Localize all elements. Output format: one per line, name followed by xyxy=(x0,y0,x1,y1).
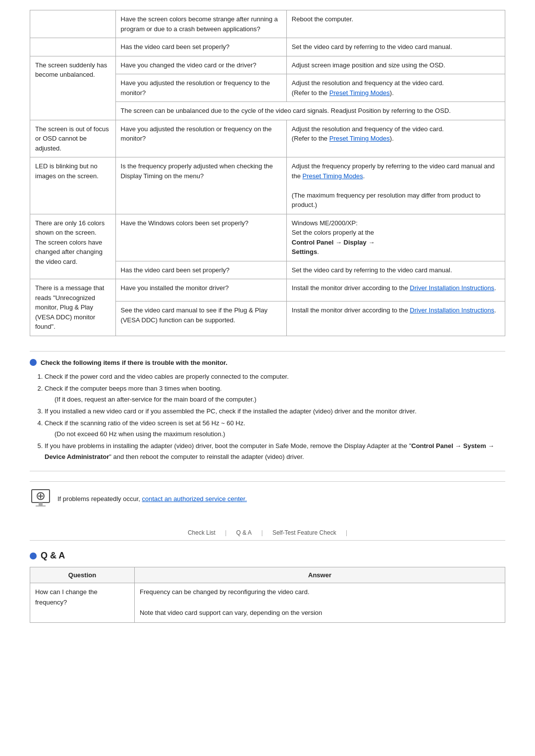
symptom-cell: The screen is out of focus or OSD cannot… xyxy=(30,120,116,157)
symptom-cell xyxy=(30,10,116,38)
nav-sep-3: | xyxy=(346,529,347,536)
solution-cell: Windows ME/2000/XP:Set the colors proper… xyxy=(286,214,505,261)
table-row: The screen is out of focus or OSD cannot… xyxy=(30,120,505,157)
table-row: There are only 16 colors shown on the sc… xyxy=(30,214,505,261)
nav-sep-2: | xyxy=(261,529,263,536)
bullet-icon xyxy=(30,359,37,366)
qa-answer-header: Answer xyxy=(134,567,505,583)
solution-cell: Adjust the frequency properly by referri… xyxy=(286,157,505,214)
list-item: Check if the computer beeps more than 3 … xyxy=(45,383,505,405)
check-cell: Have the Windows colors been set properl… xyxy=(115,214,286,261)
solution-cell: Adjust the resolution and frequency of t… xyxy=(286,120,505,157)
table-row: Has the video card been set properly? Se… xyxy=(30,38,505,56)
solution-cell: Install the monitor driver according to … xyxy=(286,279,505,302)
check-cell: See the video card manual to see if the … xyxy=(115,302,286,336)
solution-cell: Reboot the computer. xyxy=(286,10,505,38)
qa-question-header: Question xyxy=(30,567,135,583)
table-row: LED is blinking but no images on the scr… xyxy=(30,157,505,214)
driver-install-link-2[interactable]: Driver Installation Instructions xyxy=(410,306,494,314)
qa-answer-cell: Frequency can be changed by reconfigurin… xyxy=(134,583,505,622)
nav-item-qa[interactable]: Q & A xyxy=(236,529,252,536)
problems-box: If problems repeatedly occur, contact an… xyxy=(30,481,505,515)
check-cell: Has the video card been set properly? xyxy=(115,261,286,279)
solution-cell: Adjust the resolution and frequency at t… xyxy=(286,74,505,102)
qa-bullet-icon xyxy=(30,553,37,559)
svg-rect-1 xyxy=(39,503,43,505)
table-row: The screen suddenly has become unbalance… xyxy=(30,56,505,74)
nav-sep-1: | xyxy=(225,529,226,536)
symptom-cell: The screen suddenly has become unbalance… xyxy=(30,56,116,120)
qa-question-cell: How can I change the frequency? xyxy=(30,583,135,622)
check-title: Check the following items if there is tr… xyxy=(41,359,227,366)
check-header: Check the following items if there is tr… xyxy=(30,359,505,366)
problems-text: If problems repeatedly occur, contact an… xyxy=(57,495,247,503)
nav-bar: Check List | Q & A | Self-Test Feature C… xyxy=(30,525,505,541)
solution-cell: Set the video card by referring to the v… xyxy=(286,261,505,279)
check-cell: Have the screen colors become strange af… xyxy=(115,10,286,38)
note-cell: The screen can be unbalanced due to the … xyxy=(115,102,505,120)
service-center-link[interactable]: contact an authorized service center. xyxy=(142,495,247,503)
solution-cell: Adjust screen image position and size us… xyxy=(286,56,505,74)
symptom-cell: There is a message that reads "Unrecogni… xyxy=(30,279,116,336)
check-cell: Have you changed the video card or the d… xyxy=(115,56,286,74)
qa-row: How can I change the frequency? Frequenc… xyxy=(30,583,505,622)
check-list: Check if the power cord and the video ca… xyxy=(45,371,505,463)
driver-install-link-1[interactable]: Driver Installation Instructions xyxy=(410,284,494,292)
qa-section-header: Q & A xyxy=(30,551,505,561)
check-cell: Is the frequency properly adjusted when … xyxy=(115,157,286,214)
nav-item-checklist[interactable]: Check List xyxy=(188,529,215,536)
list-item-indent: (Do not exceed 60 Hz when using the maxi… xyxy=(54,430,225,438)
qa-title: Q & A xyxy=(41,551,65,561)
preset-timing-link-1[interactable]: Preset Timing Modes xyxy=(329,89,390,97)
list-item: Check if the power cord and the video ca… xyxy=(45,371,505,382)
trouble-table: Have the screen colors become strange af… xyxy=(30,10,505,336)
list-item: If you installed a new video card or if … xyxy=(45,406,505,417)
solution-cell: Set the video card by referring to the v… xyxy=(286,38,505,56)
page-wrapper: Have the screen colors become strange af… xyxy=(0,0,535,633)
list-item: If you have problems in installing the a… xyxy=(45,441,505,462)
monitor-icon xyxy=(30,488,52,509)
nav-item-selftest[interactable]: Self-Test Feature Check xyxy=(272,529,336,536)
symptom-cell xyxy=(30,38,116,56)
preset-timing-link-3[interactable]: Preset Timing Modes xyxy=(303,172,363,180)
preset-timing-link-2[interactable]: Preset Timing Modes xyxy=(329,135,390,142)
list-item: Check if the scanning ratio of the video… xyxy=(45,418,505,440)
qa-table: Question Answer How can I change the fre… xyxy=(30,567,505,622)
check-cell: Have you adjusted the resolution or freq… xyxy=(115,120,286,157)
solution-cell: Install the monitor driver according to … xyxy=(286,302,505,336)
table-row: Have the screen colors become strange af… xyxy=(30,10,505,38)
svg-rect-2 xyxy=(36,505,46,506)
symptom-cell: There are only 16 colors shown on the sc… xyxy=(30,214,116,279)
qa-header-row: Question Answer xyxy=(30,567,505,583)
check-cell: Have you installed the monitor driver? xyxy=(115,279,286,302)
check-section: Check the following items if there is tr… xyxy=(30,351,505,472)
check-cell: Have you adjusted the resolution or freq… xyxy=(115,74,286,102)
check-cell: Has the video card been set properly? xyxy=(115,38,286,56)
list-item-indent: (If it does, request an after-service fo… xyxy=(54,396,257,403)
symptom-cell: LED is blinking but no images on the scr… xyxy=(30,157,116,214)
table-row: There is a message that reads "Unrecogni… xyxy=(30,279,505,302)
